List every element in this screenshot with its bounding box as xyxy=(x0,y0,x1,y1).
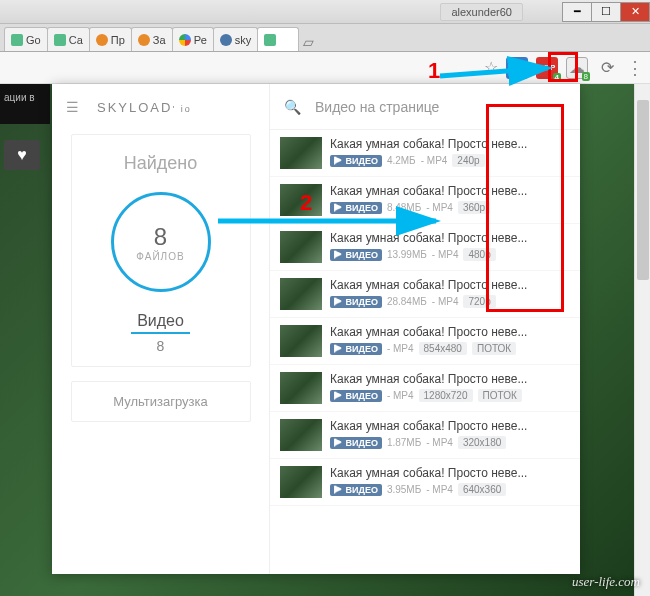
favicon xyxy=(179,34,191,46)
new-tab-button[interactable]: ▱ xyxy=(298,33,318,51)
video-title: Какая умная собака! Просто неве... xyxy=(330,325,570,339)
video-size: 3.95МБ xyxy=(387,484,421,495)
video-meta: ⯈ ВИДЕО 1.87МБ - MP4 320x180 xyxy=(330,436,570,449)
annotation-box-2 xyxy=(486,104,564,312)
video-item-body: Какая умная собака! Просто неве... ⯈ ВИД… xyxy=(330,325,570,357)
multidownload-button[interactable]: Мультизагрузка xyxy=(71,381,251,422)
vk-badge: ⯈ ВИДЕО xyxy=(330,484,382,496)
window-minimize-button[interactable]: ━ xyxy=(562,2,592,22)
like-button[interactable]: ♥ xyxy=(4,140,40,170)
video-title: Какая умная собака! Просто неве... xyxy=(330,419,570,433)
video-count: 8 xyxy=(157,338,165,354)
favicon xyxy=(11,34,23,46)
browser-tab[interactable]: За xyxy=(131,27,173,51)
video-item[interactable]: Какая умная собака! Просто неве... ⯈ ВИД… xyxy=(270,412,580,459)
video-resolution-chip[interactable]: 240p xyxy=(452,154,484,167)
popup-left-panel: ☰ SKYLOAD' io Найдено 8 ФАЙЛОВ Видео 8 М… xyxy=(52,84,270,574)
video-size: 28.84МБ xyxy=(387,296,427,307)
video-size: 13.99МБ xyxy=(387,249,427,260)
browser-tabstrip: Go Ca Пр За Ре sky ▱ xyxy=(0,24,650,52)
vk-sidebar-fragment: ации в xyxy=(0,84,50,124)
files-count: 8 xyxy=(154,223,167,251)
video-meta: ⯈ ВИДЕО - MP4 1280x720 ПОТОК xyxy=(330,389,570,402)
annotation-number-1: 1 xyxy=(428,58,440,84)
page-scrollbar[interactable] xyxy=(634,84,650,596)
search-label: Видео на странице xyxy=(315,99,439,115)
vk-badge: ⯈ ВИДЕО xyxy=(330,390,382,402)
video-stream-chip[interactable]: ПОТОК xyxy=(478,389,522,402)
video-meta: ⯈ ВИДЕО 3.95МБ - MP4 640x360 xyxy=(330,483,570,496)
video-format: - MP4 xyxy=(432,249,459,260)
svg-line-0 xyxy=(440,68,548,76)
found-label: Найдено xyxy=(124,153,198,174)
video-title: Какая умная собака! Просто неве... xyxy=(330,466,570,480)
video-thumbnail xyxy=(280,137,322,169)
window-maximize-button[interactable]: ☐ xyxy=(591,2,621,22)
video-thumbnail xyxy=(280,372,322,404)
video-resolution-chip[interactable]: 854x480 xyxy=(419,342,467,355)
window-user-label: alexunder60 xyxy=(440,3,523,21)
video-item[interactable]: Какая умная собака! Просто неве... ⯈ ВИД… xyxy=(270,459,580,506)
scrollbar-thumb[interactable] xyxy=(637,100,649,280)
annotation-number-2: 2 xyxy=(300,190,312,216)
video-stream-chip[interactable]: ПОТОК xyxy=(472,342,516,355)
video-format: - MP4 xyxy=(432,296,459,307)
video-thumbnail xyxy=(280,466,322,498)
browser-tab[interactable]: Ca xyxy=(47,27,90,51)
files-label: ФАЙЛОВ xyxy=(136,251,184,262)
video-format: - MP4 xyxy=(426,437,453,448)
favicon xyxy=(54,34,66,46)
vk-badge: ⯈ ВИДЕО xyxy=(330,343,382,355)
video-title: Какая умная собака! Просто неве... xyxy=(330,372,570,386)
brand-label: SKYLOAD' io xyxy=(97,100,192,115)
filter-icon[interactable]: ☰ xyxy=(66,99,79,115)
browser-tab[interactable]: sky xyxy=(213,27,259,51)
files-circle: 8 ФАЙЛОВ xyxy=(111,192,211,292)
video-item-body: Какая умная собака! Просто неве... ⯈ ВИД… xyxy=(330,466,570,498)
video-item[interactable]: Какая умная собака! Просто неве... ⯈ ВИД… xyxy=(270,365,580,412)
video-resolution-chip[interactable]: 1280x720 xyxy=(419,389,473,402)
search-icon[interactable]: 🔍 xyxy=(284,99,301,115)
popup-header: ☰ SKYLOAD' io xyxy=(52,84,269,130)
video-size: 4.2МБ xyxy=(387,155,416,166)
browser-tab-active[interactable] xyxy=(257,27,299,51)
browser-menu-button[interactable]: ⋮ xyxy=(626,57,642,79)
video-thumbnail xyxy=(280,278,322,310)
vk-badge: ⯈ ВИДЕО xyxy=(330,437,382,449)
favicon xyxy=(96,34,108,46)
window-close-button[interactable]: ✕ xyxy=(620,2,650,22)
video-format: - MP4 xyxy=(421,155,448,166)
favicon xyxy=(220,34,232,46)
video-thumbnail xyxy=(280,325,322,357)
favicon xyxy=(138,34,150,46)
browser-tab[interactable]: Ре xyxy=(172,27,214,51)
annotation-arrow-2 xyxy=(218,210,448,236)
watermark: user-life.com xyxy=(572,574,640,590)
favicon xyxy=(264,34,276,46)
video-thumbnail xyxy=(280,419,322,451)
found-card: Найдено 8 ФАЙЛОВ Видео 8 xyxy=(71,134,251,367)
browser-tab[interactable]: Пр xyxy=(89,27,132,51)
browser-tab[interactable]: Go xyxy=(4,27,48,51)
video-item[interactable]: Какая умная собака! Просто неве... ⯈ ВИД… xyxy=(270,318,580,365)
video-item-body: Какая умная собака! Просто неве... ⯈ ВИД… xyxy=(330,419,570,451)
video-resolution-chip[interactable]: 640x360 xyxy=(458,483,506,496)
annotation-arrow-1 xyxy=(440,66,560,90)
video-format: - MP4 xyxy=(387,390,414,401)
video-meta: ⯈ ВИДЕО - MP4 854x480 ПОТОК xyxy=(330,342,570,355)
video-format: - MP4 xyxy=(426,484,453,495)
vk-badge: ⯈ ВИДЕО xyxy=(330,296,382,308)
window-titlebar: alexunder60 ━ ☐ ✕ xyxy=(0,0,650,24)
vk-badge: ⯈ ВИДЕО xyxy=(330,249,382,261)
video-item-body: Какая умная собака! Просто неве... ⯈ ВИД… xyxy=(330,372,570,404)
video-format: - MP4 xyxy=(387,343,414,354)
video-size: 1.87МБ xyxy=(387,437,421,448)
vk-badge: ⯈ ВИДЕО xyxy=(330,155,382,167)
video-resolution-chip[interactable]: 320x180 xyxy=(458,436,506,449)
sync-extension-icon[interactable]: ⟳ xyxy=(596,57,618,79)
video-tab[interactable]: Видео xyxy=(131,310,190,334)
